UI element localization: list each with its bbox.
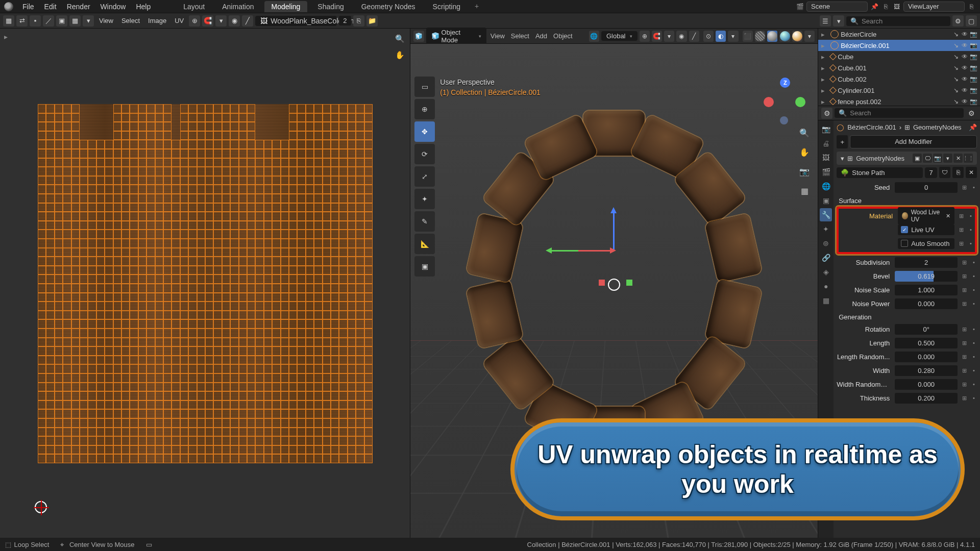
properties-search[interactable]: 🔍 Search — [835, 108, 964, 118]
mod-extra-icon[interactable]: ▾ — [943, 154, 952, 163]
collapse-icon[interactable]: ▾ — [841, 155, 844, 162]
orientation-dropdown[interactable]: Global — [601, 31, 638, 41]
expand-icon[interactable]: ▸ — [821, 87, 828, 94]
pivot-point-icon[interactable]: ⊕ — [640, 31, 650, 42]
add-tool[interactable]: ▣ — [414, 256, 435, 277]
node-group-shield-icon[interactable]: 🛡 — [939, 167, 950, 178]
scale-tool[interactable]: ⤢ — [414, 166, 435, 187]
material-field[interactable]: Wood Live UV ✕ — [898, 207, 954, 224]
menu-file[interactable]: File — [17, 3, 39, 11]
add-modifier-plus-icon[interactable]: + — [837, 135, 848, 148]
zoom-icon[interactable]: 🔍 — [394, 33, 406, 45]
modifier-name[interactable]: GeometryNodes — [856, 155, 904, 162]
tab-viewlayer-props[interactable]: 🖼 — [820, 151, 832, 164]
select-tool[interactable]: ▭ — [414, 77, 435, 97]
uv-menu-image[interactable]: Image — [145, 16, 169, 26]
disable-select-icon[interactable]: ↘ — [952, 31, 960, 38]
material-shading-icon[interactable] — [779, 31, 790, 42]
param-value[interactable]: 0.000 — [895, 352, 958, 362]
anim-dot-icon[interactable]: • — [971, 273, 977, 279]
orientation-icon[interactable]: 🌐 — [589, 31, 599, 42]
mod-render-icon[interactable]: 📷 — [933, 154, 942, 163]
hide-render-icon[interactable]: 📷 — [970, 76, 977, 83]
tab-texture-props[interactable]: ▦ — [820, 294, 832, 307]
menu-render[interactable]: Render — [62, 3, 95, 11]
uv-menu-uv[interactable]: UV — [172, 16, 187, 26]
hide-render-icon[interactable]: 📷 — [970, 31, 977, 38]
hide-render-icon[interactable]: 📷 — [970, 98, 977, 105]
attr-toggle-icon[interactable]: ⊞ — [957, 211, 966, 220]
anim-dot-icon[interactable]: • — [971, 259, 977, 265]
attr-toggle-icon[interactable]: ⊞ — [957, 239, 966, 248]
tab-modeling[interactable]: Modeling — [264, 1, 308, 12]
uv-island-mode-icon[interactable]: ▦ — [69, 15, 81, 27]
hide-viewport-icon[interactable]: 👁 — [961, 31, 968, 38]
outliner-new-collection-icon[interactable]: ▢ — [966, 15, 977, 27]
vp-menu-add[interactable]: Add — [533, 32, 549, 40]
param-value[interactable]: 0.280 — [895, 365, 958, 376]
2d-cursor-icon[interactable] — [35, 501, 47, 513]
transform-tool[interactable]: ✦ — [414, 189, 435, 209]
gizmo-visibility-icon[interactable]: ⊙ — [703, 31, 714, 42]
anim-dot-icon[interactable]: • — [968, 240, 974, 246]
rotate-tool[interactable]: ⟳ — [414, 144, 435, 164]
auto-smooth-checkbox[interactable] — [901, 240, 908, 247]
xray-icon[interactable]: ⬛ — [743, 31, 753, 42]
properties-options-icon[interactable]: ⚙ — [966, 108, 977, 119]
uv-sync-icon[interactable]: ⇄ — [16, 15, 28, 27]
proportional-icon[interactable]: ◉ — [229, 15, 240, 27]
tab-particle-props[interactable]: ✦ — [820, 222, 832, 236]
scene-new-icon[interactable]: ⎘ — [881, 2, 890, 11]
pan-icon[interactable]: ✋ — [394, 49, 406, 61]
menu-edit[interactable]: Edit — [39, 3, 62, 11]
anim-dot-icon[interactable]: • — [968, 213, 974, 219]
hide-viewport-icon[interactable]: 👁 — [961, 42, 968, 49]
outliner-display-mode-icon[interactable]: ▾ — [833, 15, 844, 27]
hide-viewport-icon[interactable]: 👁 — [961, 76, 968, 83]
measure-tool[interactable]: 📐 — [414, 234, 435, 254]
snap-target-icon[interactable]: ▾ — [664, 31, 674, 42]
outliner-row[interactable]: ▸BézierCircle.001↘👁📷 — [818, 40, 980, 51]
live-uv-checkbox-row[interactable]: Live UV — [898, 224, 954, 235]
hide-render-icon[interactable]: 📷 — [970, 87, 977, 94]
proportional-falloff-vp-icon[interactable]: ╱ — [689, 31, 699, 42]
attr-toggle-icon[interactable]: ⊞ — [960, 366, 969, 375]
vp-menu-view[interactable]: View — [488, 32, 507, 40]
node-group-field[interactable]: 🌳 Stone Path — [837, 167, 923, 178]
mode-dropdown[interactable]: 🧊 Object Mode — [426, 28, 486, 45]
scene-name-input[interactable] — [806, 2, 868, 12]
outliner-row[interactable]: ▸Cube.001↘👁📷 — [818, 62, 980, 73]
attr-toggle-icon[interactable]: ⊞ — [960, 393, 969, 403]
image-datablock[interactable]: 🖼 WoodPlank_BaseColor.png — [255, 16, 337, 26]
anim-dot-icon[interactable]: • — [971, 395, 977, 401]
cursor-tool[interactable]: ⊕ — [414, 99, 435, 119]
attr-toggle-icon[interactable]: ⊞ — [960, 258, 969, 267]
viewlayer-new-icon[interactable]: ⎘ — [967, 2, 976, 11]
anim-dot-icon[interactable]: • — [971, 326, 977, 332]
tab-shading[interactable]: Shading — [310, 1, 351, 12]
properties-editor-icon[interactable]: ⚙ — [821, 108, 832, 119]
uv-face-mode-icon[interactable]: ▣ — [56, 15, 67, 27]
disable-select-icon[interactable]: ↘ — [952, 76, 960, 83]
shading-dropdown-icon[interactable]: ▾ — [804, 31, 815, 42]
pin-icon[interactable]: 📌 — [969, 123, 977, 131]
attr-toggle-icon[interactable]: ⊞ — [960, 271, 969, 281]
param-value[interactable]: 1.000 — [895, 285, 958, 295]
move-tool[interactable]: ✥ — [414, 121, 435, 142]
param-value[interactable]: 2 — [895, 257, 958, 268]
outliner-row[interactable]: ▸Cylinder.001↘👁📷 — [818, 85, 980, 96]
camera-view-icon[interactable]: 📷 — [797, 164, 812, 179]
param-value[interactable]: 0° — [895, 324, 958, 335]
tab-output-props[interactable]: 🖨 — [820, 137, 832, 150]
attr-toggle-icon[interactable]: ⊞ — [960, 299, 969, 308]
attr-toggle-icon[interactable]: ⊞ — [960, 338, 969, 347]
outliner[interactable]: ▸BézierCircle↘👁📷▸BézierCircle.001↘👁📷▸Cub… — [818, 29, 980, 106]
overlay-toggle-icon[interactable]: ◐ — [716, 31, 726, 42]
image-new-icon[interactable]: ⎘ — [353, 15, 364, 27]
hide-viewport-icon[interactable]: 👁 — [961, 87, 968, 94]
anim-dot-icon[interactable]: • — [971, 287, 977, 293]
disable-select-icon[interactable]: ↘ — [952, 87, 960, 94]
anim-dot-icon[interactable]: • — [971, 340, 977, 346]
pan-view-icon[interactable]: ✋ — [797, 145, 812, 159]
disable-select-icon[interactable]: ↘ — [952, 53, 960, 60]
